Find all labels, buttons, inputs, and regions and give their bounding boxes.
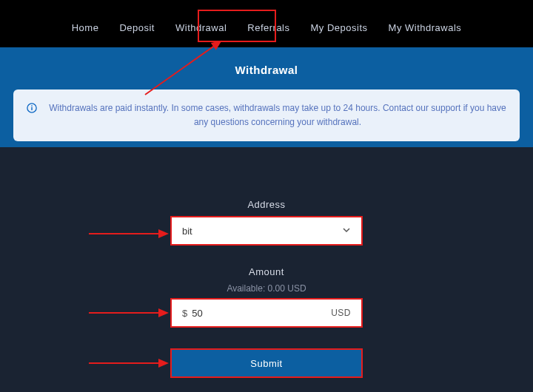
page-header: Withdrawal Withdrawals are paid instantl… [0,47,533,147]
submit-button[interactable]: Submit [170,348,363,378]
address-label: Address [247,199,285,210]
svg-rect-1 [31,107,32,110]
amount-available: Available: 0.00 USD [227,283,306,294]
info-icon [27,103,37,115]
notice-text: Withdrawals are paid instantly. In some … [49,101,506,129]
top-nav: Home Deposit Withdrawal Referrals My Dep… [0,0,533,47]
amount-input[interactable] [192,308,331,319]
amount-field-wrap: $ USD [170,298,363,328]
address-selected-value: bit [182,226,342,237]
nav-my-withdrawals[interactable]: My Withdrawals [389,22,462,33]
chevron-down-icon [342,226,351,237]
page-title: Withdrawal [0,64,533,76]
currency-prefix: $ [182,308,187,319]
nav-withdrawal[interactable]: Withdrawal [175,22,227,33]
nav-referrals[interactable]: Referrals [247,22,289,33]
nav-my-deposits[interactable]: My Deposits [311,22,368,33]
withdrawal-form: Address bit Amount Available: 0.00 USD $… [0,147,533,378]
address-select[interactable]: bit [170,216,363,246]
notice: Withdrawals are paid instantly. In some … [13,89,520,141]
nav-deposit[interactable]: Deposit [119,22,155,33]
currency-suffix: USD [331,308,351,318]
amount-label: Amount [249,266,284,277]
nav-home[interactable]: Home [72,22,99,33]
svg-rect-2 [31,105,32,106]
